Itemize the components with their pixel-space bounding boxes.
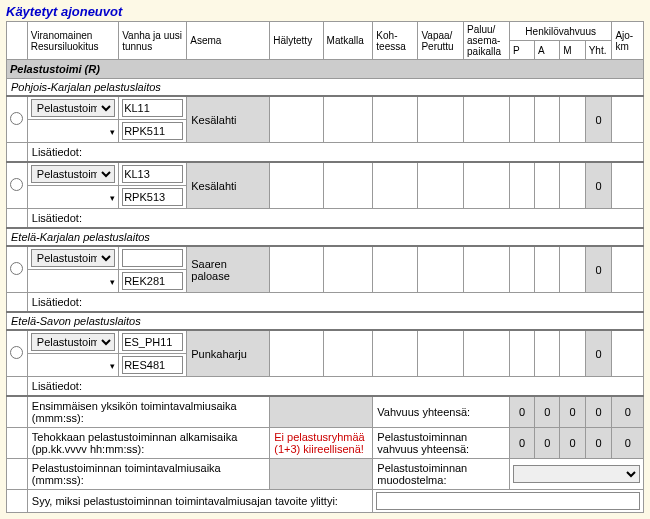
row4-resource-select[interactable]: Pelastustoimi ( — [31, 333, 115, 351]
row4-radio[interactable] — [10, 346, 23, 359]
row2-lisatiedot[interactable]: Lisätiedot: — [27, 209, 643, 229]
row1-radio[interactable] — [10, 112, 23, 125]
hdr-paluu: Paluu/ asema- paikalla — [464, 22, 510, 60]
row1-matkalla[interactable] — [323, 96, 373, 143]
row1-lisatiedot[interactable]: Lisätiedot: — [27, 143, 643, 163]
pt-m: 0 — [560, 428, 585, 459]
sum-m: 0 — [560, 396, 585, 428]
footer-r2: Pelastustoiminnan vahvuus yhteensä: — [373, 428, 510, 459]
row1-p[interactable] — [509, 96, 534, 143]
row4-yht: 0 — [585, 330, 612, 377]
row1-resource-select[interactable]: Pelastustoimi ( — [31, 99, 115, 117]
row1-asema: Kesälahti — [187, 96, 270, 143]
row4-asema: Punkaharju — [187, 330, 270, 377]
footer-l2: Tehokkaan pelastustoiminnan alkamisaika … — [27, 428, 269, 459]
sum-ajo: 0 — [612, 396, 644, 428]
row2-yht: 0 — [585, 162, 612, 209]
row1-dd-arrow[interactable] — [27, 120, 118, 143]
row2-id2-input[interactable] — [122, 188, 183, 206]
hdr-p: P — [509, 41, 534, 60]
row4-dd-arrow[interactable] — [27, 354, 118, 377]
footer-l1: Ensimmäisen yksikön toimintavalmiusaika … — [27, 396, 269, 428]
row1-ajokm[interactable] — [612, 96, 644, 143]
hdr-henkilovahvuus: Henkilövahvuus — [509, 22, 611, 41]
hdr-yht: Yht. — [585, 41, 612, 60]
pt-ajo: 0 — [612, 428, 644, 459]
pt-a: 0 — [535, 428, 560, 459]
row1-vapaa[interactable] — [418, 96, 464, 143]
row4-id1-input[interactable] — [122, 333, 183, 351]
hdr-asema: Asema — [187, 22, 270, 60]
footer-r3: Pelastustoiminnan muodostelma: — [373, 459, 510, 490]
row3-id2-input[interactable] — [122, 272, 183, 290]
hdr-ajokm: Ajo-km — [612, 22, 644, 60]
row2-dd-arrow[interactable] — [27, 186, 118, 209]
row1-id2-input[interactable] — [122, 122, 183, 140]
page-title: Käytetyt ajoneuvot — [6, 4, 644, 19]
hdr-a: A — [535, 41, 560, 60]
group-header: Pelastustoimi (R) — [7, 60, 644, 79]
row1-yht: 0 — [585, 96, 612, 143]
hdr-tunnus: Vanha ja uusi tunnus — [119, 22, 187, 60]
dept-header-2: Etelä-Karjalan pelastuslaitos — [7, 228, 644, 246]
sum-a: 0 — [535, 396, 560, 428]
row3-radio[interactable] — [10, 262, 23, 275]
row3-resource-select[interactable]: Pelastustoimi ( — [31, 249, 115, 267]
dept-header-3: Etelä-Savon pelastuslaitos — [7, 312, 644, 330]
hdr-matkalla: Matkalla — [323, 22, 373, 60]
row2-asema: Kesälahti — [187, 162, 270, 209]
row3-yht: 0 — [585, 246, 612, 293]
row1-halytetty[interactable] — [270, 96, 323, 143]
row1-a[interactable] — [535, 96, 560, 143]
row1-paluu[interactable] — [464, 96, 510, 143]
row4-id2-input[interactable] — [122, 356, 183, 374]
footer-l2-note: Ei pelastusryhmää (1+3) kiireellisenä! — [270, 428, 373, 459]
row4-lisatiedot[interactable]: Lisätiedot: — [27, 377, 643, 397]
hdr-halytetty: Hälytetty — [270, 22, 323, 60]
row2-radio[interactable] — [10, 178, 23, 191]
footer-l3: Pelastustoiminnan toimintavalmiusaika (m… — [27, 459, 269, 490]
row1-kohteessa[interactable] — [373, 96, 418, 143]
footer-l1-val — [270, 396, 373, 428]
row3-id1-input[interactable] — [122, 249, 183, 267]
row1-id1-input[interactable] — [122, 99, 183, 117]
hdr-resource: Viranomainen Resursiluokitus — [27, 22, 118, 60]
hdr-m: M — [560, 41, 585, 60]
sum-yht: 0 — [585, 396, 612, 428]
sum-p: 0 — [509, 396, 534, 428]
hdr-vapaa: Vapaa/ Peruttu — [418, 22, 464, 60]
reason-input[interactable] — [376, 492, 640, 510]
footer-l3-val — [270, 459, 373, 490]
row1-m[interactable] — [560, 96, 585, 143]
dept-header-1: Pohjois-Karjalan pelastuslaitos — [7, 79, 644, 97]
row2-resource-select[interactable]: Pelastustoimi ( — [31, 165, 115, 183]
vehicles-table: Viranomainen Resursiluokitus Vanha ja uu… — [6, 21, 644, 513]
row3-asema: Saaren paloase — [187, 246, 270, 293]
hdr-kohteessa: Koh-teessa — [373, 22, 418, 60]
footer-l4: Syy, miksi pelastustoiminnan toimintaval… — [27, 490, 373, 513]
muodostelma-select[interactable] — [513, 465, 640, 483]
footer-r1: Vahvuus yhteensä: — [373, 396, 510, 428]
row3-lisatiedot[interactable]: Lisätiedot: — [27, 293, 643, 313]
pt-yht: 0 — [585, 428, 612, 459]
row2-id1-input[interactable] — [122, 165, 183, 183]
row3-dd-arrow[interactable] — [27, 270, 118, 293]
pt-p: 0 — [509, 428, 534, 459]
